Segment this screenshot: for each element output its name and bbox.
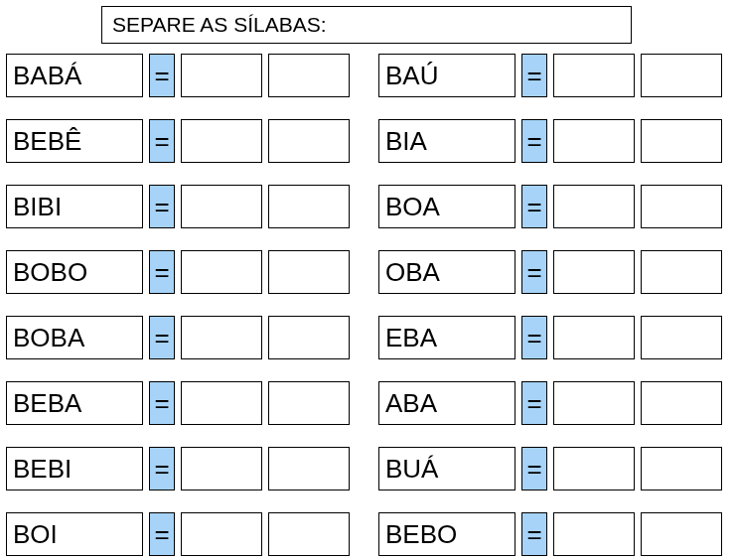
- worksheet-row: BABÁ=: [6, 54, 359, 97]
- syllable-input[interactable]: [181, 381, 262, 425]
- worksheet-row: BAÚ=: [378, 54, 731, 97]
- syllable-input[interactable]: [268, 119, 350, 163]
- syllable-input[interactable]: [553, 381, 635, 425]
- equals-box: =: [149, 316, 175, 359]
- syllable-input[interactable]: [268, 512, 350, 556]
- syllable-input[interactable]: [181, 54, 262, 97]
- syllable-input[interactable]: [268, 447, 350, 490]
- word-box: BUÁ: [378, 447, 515, 490]
- word-box: BEBO: [378, 512, 515, 556]
- word-box: BEBA: [6, 381, 143, 425]
- equals-box: =: [521, 250, 547, 294]
- syllable-input[interactable]: [641, 381, 722, 425]
- syllable-input[interactable]: [181, 119, 262, 163]
- word-box: BAÚ: [378, 54, 515, 97]
- syllable-input[interactable]: [268, 250, 350, 294]
- equals-box: =: [521, 381, 547, 425]
- word-box: BABÁ: [6, 54, 143, 97]
- syllable-input[interactable]: [553, 447, 635, 490]
- equals-box: =: [521, 316, 547, 359]
- worksheet-row: BOI=: [6, 512, 359, 556]
- word-box: OBA: [378, 250, 515, 294]
- syllable-input[interactable]: [268, 316, 350, 359]
- syllable-input[interactable]: [181, 447, 262, 490]
- syllable-input[interactable]: [641, 316, 722, 359]
- syllable-input[interactable]: [553, 250, 635, 294]
- syllable-input[interactable]: [181, 512, 262, 556]
- word-box: BOI: [6, 512, 143, 556]
- syllable-input[interactable]: [268, 185, 350, 228]
- syllable-input[interactable]: [641, 119, 722, 163]
- left-column: BABÁ=BEBÊ=BIBI=BOBO=BOBA=BEBA=BEBI=BOI=: [6, 54, 359, 556]
- equals-box: =: [149, 250, 175, 294]
- worksheet-row: BOA=: [378, 185, 731, 228]
- syllable-input[interactable]: [641, 512, 722, 556]
- worksheet-row: BEBA=: [6, 381, 359, 425]
- syllable-input[interactable]: [268, 381, 350, 425]
- syllable-input[interactable]: [181, 250, 262, 294]
- worksheet-row: BIBI=: [6, 185, 359, 228]
- worksheet-row: ABA=: [378, 381, 731, 425]
- word-box: BEBÊ: [6, 119, 143, 163]
- right-column: BAÚ=BIA=BOA=OBA=EBA=ABA=BUÁ=BEBO=: [378, 54, 731, 556]
- word-box: BOBA: [6, 316, 143, 359]
- worksheet-row: OBA=: [378, 250, 731, 294]
- equals-box: =: [149, 381, 175, 425]
- word-box: BEBI: [6, 447, 143, 490]
- equals-box: =: [521, 119, 547, 163]
- syllable-input[interactable]: [268, 54, 350, 97]
- worksheet-row: BEBO=: [378, 512, 731, 556]
- worksheet-row: BIA=: [378, 119, 731, 163]
- equals-box: =: [521, 54, 547, 97]
- syllable-input[interactable]: [641, 250, 722, 294]
- equals-box: =: [521, 185, 547, 228]
- worksheet-columns: BABÁ=BEBÊ=BIBI=BOBO=BOBA=BEBA=BEBI=BOI= …: [6, 54, 731, 556]
- equals-box: =: [149, 185, 175, 228]
- syllable-input[interactable]: [553, 512, 635, 556]
- equals-box: =: [521, 447, 547, 490]
- worksheet-row: BOBA=: [6, 316, 359, 359]
- word-box: BOBO: [6, 250, 143, 294]
- worksheet-row: BEBÊ=: [6, 119, 359, 163]
- word-box: BOA: [378, 185, 515, 228]
- equals-box: =: [149, 119, 175, 163]
- word-box: EBA: [378, 316, 515, 359]
- word-box: BIBI: [6, 185, 143, 228]
- syllable-input[interactable]: [181, 316, 262, 359]
- worksheet-row: EBA=: [378, 316, 731, 359]
- equals-box: =: [149, 512, 175, 556]
- equals-box: =: [149, 447, 175, 490]
- equals-box: =: [521, 512, 547, 556]
- worksheet-row: BUÁ=: [378, 447, 731, 490]
- syllable-input[interactable]: [641, 185, 722, 228]
- equals-box: =: [149, 54, 175, 97]
- syllable-input[interactable]: [553, 316, 635, 359]
- worksheet-title: SEPARE AS SÍLABAS:: [101, 6, 632, 44]
- word-box: BIA: [378, 119, 515, 163]
- syllable-input[interactable]: [641, 54, 722, 97]
- worksheet-row: BEBI=: [6, 447, 359, 490]
- syllable-input[interactable]: [553, 54, 635, 97]
- syllable-input[interactable]: [553, 119, 635, 163]
- worksheet-row: BOBO=: [6, 250, 359, 294]
- syllable-input[interactable]: [181, 185, 262, 228]
- syllable-input[interactable]: [641, 447, 722, 490]
- word-box: ABA: [378, 381, 515, 425]
- syllable-input[interactable]: [553, 185, 635, 228]
